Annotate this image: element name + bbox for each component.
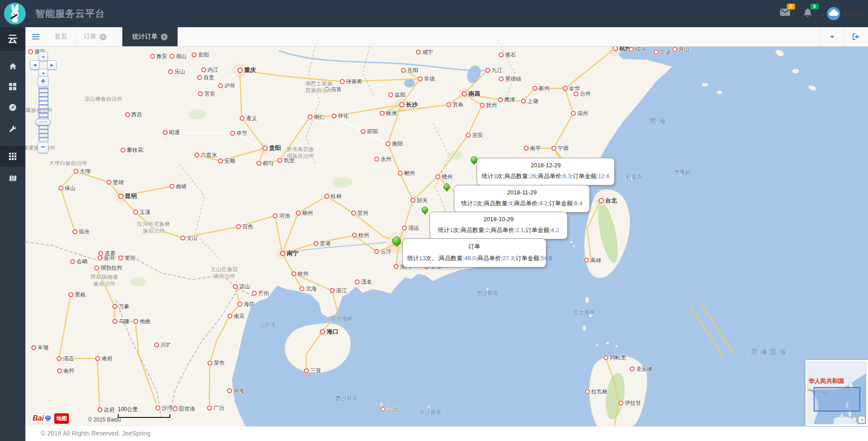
notifications-button[interactable]: 0 [803, 8, 815, 19]
stat-popup-body: 统计13次。;商品数量:46.0;商品单价:27.3;订单金额:54.6 [407, 254, 541, 262]
dashboard-gauge-icon [9, 103, 17, 111]
user-menu[interactable]: admin [827, 7, 863, 20]
home-icon [9, 63, 17, 70]
map-scale-control: 100公里 [118, 406, 170, 418]
overview-map-control: 华人民共和国 ↘ [805, 360, 868, 426]
page-footer: © 2018 All Rights Reserved. JeeSpring [25, 426, 868, 441]
avatar-cloud-icon [827, 7, 840, 20]
caret-down-icon [830, 36, 834, 40]
hamburger-icon [32, 33, 39, 41]
th-large-icon [9, 83, 16, 90]
order-marker[interactable] [422, 207, 428, 213]
fullscreen-exit-button[interactable] [844, 27, 868, 46]
header-actions: 0 0 admin [780, 0, 863, 27]
map-icon [9, 174, 17, 182]
map-scale-bar [118, 414, 170, 418]
tab-order-statistics-close-icon[interactable]: ✕ [161, 34, 168, 40]
exit-icon [852, 33, 860, 40]
zoom-slider-track[interactable] [39, 88, 48, 141]
th-grid-icon [9, 153, 16, 160]
stat-popup-body: 统计1次;商品数量:2;商品单价:2.1;订单金额:4.2 [434, 226, 563, 234]
app-logo-rabbit-icon[interactable] [4, 2, 26, 25]
pan-up-button[interactable]: ▲ [39, 52, 48, 61]
sidebar-item-dashboard[interactable] [0, 97, 25, 118]
sidebar-item-home[interactable] [0, 56, 25, 77]
stat-popup-title: 2018-11-29 [459, 189, 585, 196]
stat-popup-title: 订单 [407, 242, 541, 251]
baidu-logo-bai: Bai [33, 414, 44, 422]
tabbar-controls [820, 27, 868, 46]
baidu-logo-map-label: 地图 [54, 413, 69, 424]
content-tabbar: 首页 订单 ✕ 统计订单 ✕ [25, 27, 868, 47]
top-navbar: 智能服务云平台 0 0 admin [0, 0, 868, 27]
wrench-icon [9, 125, 17, 133]
zoom-slider-handle[interactable] [35, 119, 51, 126]
stat-popup: 订单统计13次。;商品数量:46.0;商品单价:27.3;订单金额:54.6 [402, 238, 546, 267]
stat-popup-title: 2018-10-29 [434, 216, 563, 223]
stat-popup-body: 统计3次;商品数量:26;商品单价:6.3;订单金额:12.6 [482, 172, 610, 180]
tab-home[interactable]: 首页 [46, 27, 76, 46]
sidebar-item-statistics[interactable] [0, 146, 25, 167]
tab-order-label: 订单 [84, 33, 96, 41]
sidebar-toggle-button[interactable] [25, 27, 46, 46]
pan-left-button[interactable]: ◀ [30, 60, 39, 70]
overview-country-label: 华人民共和国 [809, 377, 844, 385]
overview-collapse-button[interactable]: ↘ [858, 416, 865, 423]
baidu-logo-pill: Bai du [31, 414, 53, 423]
sidebar-mini-logo[interactable]: 云 [0, 27, 25, 51]
stat-popup-body: 统计2次;商品数量:4;商品单价:4.2;订单金额:8.4 [459, 199, 585, 208]
messages-button[interactable]: 0 [780, 8, 791, 19]
map-scale-label: 100公里 [118, 406, 138, 412]
stat-popup: 2018-10-29统计1次;商品数量:2;商品单价:2.1;订单金额:4.2 [429, 212, 568, 239]
order-marker[interactable] [444, 184, 450, 190]
stat-popup-title: 2018-12-29 [482, 162, 610, 169]
footer-copyright: © 2018 All Rights Reserved. JeeSpring [41, 426, 868, 440]
sidebar: 云 [0, 0, 25, 441]
map-overlays-layer: 2018-12-29统计3次;商品数量:26;商品单价:6.3;订单金额:12.… [25, 46, 868, 426]
sidebar-item-modules[interactable] [0, 76, 25, 97]
sidebar-item-map[interactable] [0, 168, 25, 189]
stat-popup: 2018-12-29统计3次;商品数量:26;商品单价:6.3;订单金额:12.… [477, 158, 615, 185]
page-title: 智能服务云平台 [35, 0, 105, 27]
username: admin [844, 10, 863, 17]
svg-text:du: du [46, 418, 50, 421]
tab-order-close-icon[interactable]: ✕ [100, 34, 106, 40]
baidu-logo[interactable]: Bai du 地图 [31, 413, 69, 424]
zoom-out-button[interactable]: − [38, 142, 48, 153]
pan-right-button[interactable]: ▶ [47, 60, 57, 70]
map-canvas[interactable]: 重庆贵阳昆明长沙南昌杭州南宁台北海口康定雅安眉山资阳乐山内江自贡泸州宜宾西昌攀枝… [25, 46, 868, 426]
map-copyright: © 2015 Baidu [88, 417, 121, 423]
tab-home-label: 首页 [54, 33, 67, 41]
sidebar-item-tools[interactable] [0, 118, 25, 139]
tab-order[interactable]: 订单 ✕ [76, 27, 115, 46]
overview-viewport-rect[interactable] [814, 387, 860, 412]
zoom-in-button[interactable]: + [38, 76, 48, 87]
order-marker[interactable] [392, 237, 401, 245]
tab-order-statistics[interactable]: 统计订单 ✕ [122, 27, 178, 46]
stat-popup: 2018-11-29统计2次;商品数量:4;商品单价:4.2;订单金额:8.4 [454, 185, 590, 213]
baidu-paw-icon: du [44, 415, 52, 422]
tab-list-dropdown-button[interactable] [820, 27, 844, 46]
tab-order-statistics-label: 统计订单 [132, 33, 158, 41]
messages-badge: 0 [787, 4, 795, 10]
notifications-badge: 0 [810, 4, 819, 10]
